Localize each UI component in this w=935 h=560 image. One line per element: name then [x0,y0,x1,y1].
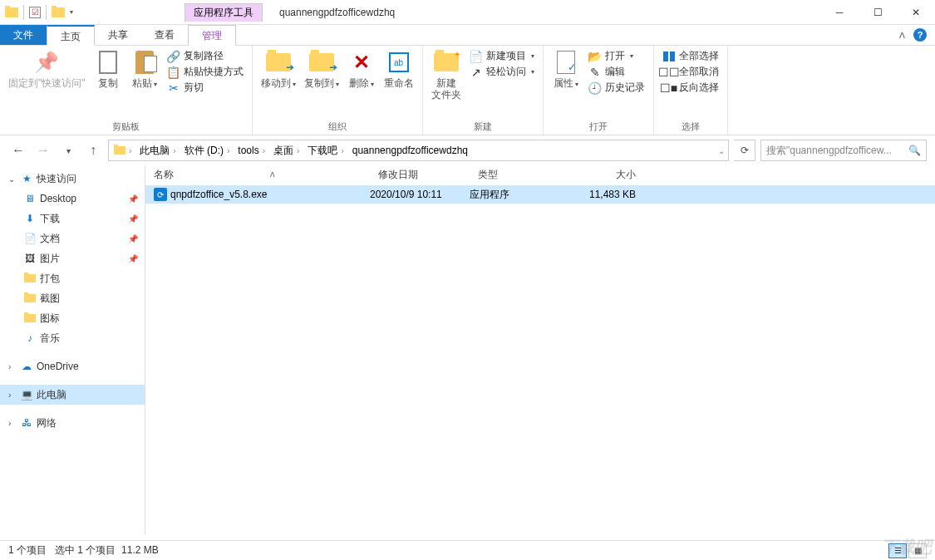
copy-button[interactable]: 复制 [91,47,125,91]
sidebar-folder[interactable]: 打包 [0,268,145,288]
navigation-pane: ⌄★快速访问 🖥Desktop📌 ⬇下载📌 📄文档📌 🖼图片📌 打包 截图 图标… [0,165,145,535]
open-icon: 📂 [588,50,602,63]
details-view-button[interactable]: ☰ [888,543,907,558]
tab-share[interactable]: 共享 [95,25,141,45]
minimize-button[interactable]: ─ [820,0,859,25]
col-size[interactable]: 大小 [569,168,644,182]
file-list: 名称ᐱ 修改日期 类型 大小 ⟳qnpdfzoffice_v5.8.exe 20… [145,165,935,535]
paste-shortcut-button[interactable]: 📋粘贴快捷方式 [167,65,244,79]
move-to-button[interactable]: 移动到▾ [258,47,299,91]
refresh-button[interactable]: ⟳ [734,140,755,161]
maximize-button[interactable]: ☐ [859,0,897,25]
bc-item[interactable]: 软件 (D:)› [181,144,235,158]
paste-button[interactable]: 粘贴▾ [127,47,162,91]
open-label: 打开 [605,49,625,63]
sidebar-this-pc[interactable]: ›💻此电脑 [0,385,145,405]
new-item-button[interactable]: 📄新建项目▾ [470,49,534,63]
column-headers[interactable]: 名称ᐱ 修改日期 类型 大小 [145,165,935,185]
group-clipboard-label: 剪贴板 [5,119,247,135]
new-item-label: 新建项目 [486,49,526,63]
rename-button[interactable]: ab 重命名 [381,47,417,91]
bc-item[interactable]: quannengpdfzofficewdzhq [349,145,471,156]
sidebar-downloads[interactable]: ⬇下载📌 [0,209,145,228]
pin-quick-access-button[interactable]: 📌 固定到"快速访问" [5,47,89,91]
recent-dropdown[interactable]: ▾ [58,140,78,160]
copy-to-button[interactable]: 复制到▾ [301,47,342,91]
qat-properties-icon[interactable]: ☑ [29,7,41,18]
new-folder-button[interactable]: 新建 文件夹 [428,47,465,103]
network-icon: 🖧 [20,416,33,430]
back-button[interactable]: ← [8,140,28,160]
bc-root-icon[interactable]: › [111,146,136,155]
bc-item[interactable]: 此电脑› [136,144,180,158]
col-date[interactable]: 修改日期 [370,168,470,182]
history-button[interactable]: 🕘历史记录 [588,81,645,95]
sort-indicator-icon: ᐱ [270,171,274,179]
quick-access-toolbar: ☑ ▾ [0,5,76,20]
close-button[interactable]: ✕ [897,0,935,25]
qat-dropdown-icon[interactable]: ▾ [66,8,76,16]
bc-item[interactable]: 桌面› [270,144,304,158]
cut-button[interactable]: ✂剪切 [167,81,244,95]
delete-button[interactable]: ✕ 删除▾ [344,47,379,91]
breadcrumb[interactable]: › 此电脑› 软件 (D:)› tools› 桌面› 下载吧› quanneng… [108,140,729,161]
sidebar-desktop[interactable]: 🖥Desktop📌 [0,189,145,209]
easy-access-button[interactable]: ↗轻松访问▾ [470,65,534,79]
group-new-label: 新建 [428,119,538,135]
ribbon: 📌 固定到"快速访问" 复制 粘贴▾ 🔗复制路径 📋粘贴快捷方式 ✂剪切 剪贴板 [0,46,935,135]
search-placeholder: 搜索"quannengpdfzofficew... [766,144,892,158]
invert-label: 反向选择 [679,81,719,95]
tab-view[interactable]: 查看 [141,25,188,45]
sidebar-documents[interactable]: 📄文档📌 [0,228,145,248]
tab-manage[interactable]: 管理 [188,25,236,46]
new-item-icon: 📄 [470,50,483,63]
qat-open-icon[interactable] [52,7,65,17]
folder-icon [23,272,37,285]
sidebar-folder[interactable]: ♪音乐 [0,328,145,348]
edit-label: 编辑 [605,65,625,79]
sidebar-onedrive[interactable]: ›☁OneDrive [0,356,145,376]
bc-dropdown-icon[interactable]: ⌄ [716,146,726,155]
sidebar-quick-access[interactable]: ⌄★快速访问 [0,169,145,189]
tab-file[interactable]: 文件 [0,25,47,45]
col-name[interactable]: 名称ᐱ [145,168,370,182]
col-type[interactable]: 类型 [470,168,569,182]
bc-item[interactable]: tools› [234,145,270,156]
ribbon-collapse-icon[interactable]: ᐱ [899,31,905,40]
search-input[interactable]: 搜索"quannengpdfzofficew... 🔍 [760,140,927,161]
cloud-icon: ☁ [20,360,33,373]
forward-button[interactable]: → [33,140,53,160]
group-select-label: 选择 [659,119,722,135]
status-bar: 1 个项目 选中 1 个项目 11.2 MB ☰ ▦ [0,540,935,560]
bc-item[interactable]: 下载吧› [304,144,348,158]
copy-path-button[interactable]: 🔗复制路径 [167,49,244,63]
invert-selection-button[interactable]: ☐■反向选择 [662,81,719,95]
invert-icon: ☐■ [662,81,676,95]
up-button[interactable]: ↑ [83,140,103,160]
open-button[interactable]: 📂打开▾ [588,49,645,63]
select-none-label: 全部取消 [679,65,719,79]
download-icon: ⬇ [23,212,37,225]
edit-button[interactable]: ✎编辑 [588,65,645,79]
sidebar-folder[interactable]: 截图 [0,288,145,308]
sidebar-pictures[interactable]: 🖼图片📌 [0,248,145,268]
pin-label: 固定到"快速访问" [8,77,86,89]
easy-access-icon: ↗ [470,66,483,79]
select-none-button[interactable]: ☐☐全部取消 [662,65,719,79]
select-all-button[interactable]: 全部选择 [662,49,719,63]
file-row[interactable]: ⟳qnpdfzoffice_v5.8.exe 2020/10/9 10:11 应… [145,185,935,204]
pin-icon: 📌 [128,254,138,263]
tab-home[interactable]: 主页 [47,25,95,46]
sidebar-network[interactable]: ›🖧网络 [0,413,145,433]
properties-button[interactable]: 属性▾ [549,47,583,91]
move-icon [265,49,292,76]
app-icon [5,7,18,17]
sidebar-folder[interactable]: 图标 [0,308,145,328]
icons-view-button[interactable]: ▦ [908,543,927,558]
pc-icon: 💻 [20,388,33,401]
main-area: ⌄★快速访问 🖥Desktop📌 ⬇下载📌 📄文档📌 🖼图片📌 打包 截图 图标… [0,165,935,535]
delete-label: 删除▾ [349,77,374,89]
properties-label: 属性▾ [554,77,578,89]
paste-shortcut-label: 粘贴快捷方式 [184,65,244,79]
help-icon[interactable]: ? [913,28,927,42]
